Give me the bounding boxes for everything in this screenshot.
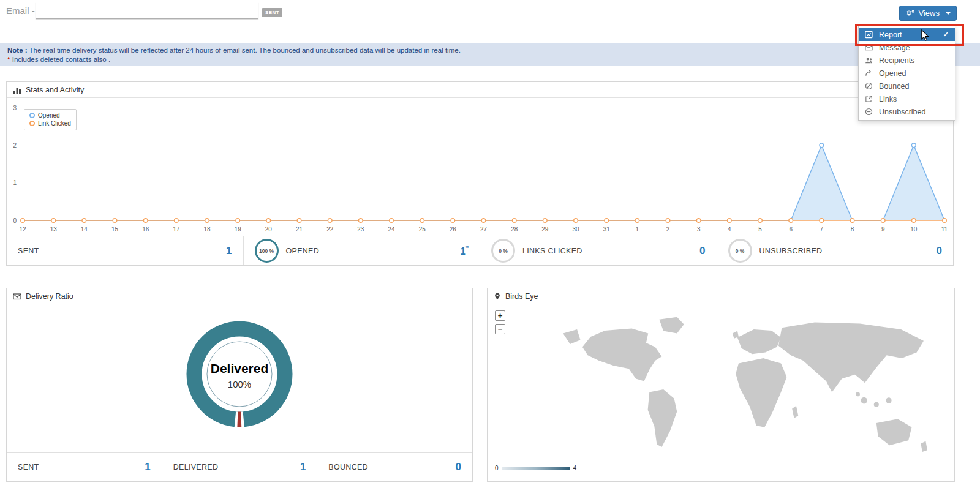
- stats-activity-header: Stats and Activity: [7, 82, 953, 98]
- unsubscribed-percent-badge: 0 %: [728, 239, 752, 263]
- gears-icon: [905, 9, 915, 17]
- sent-status-badge: SENT: [262, 8, 282, 17]
- svg-text:10: 10: [910, 226, 918, 233]
- zoom-in-button[interactable]: +: [495, 310, 505, 321]
- share-arrow-icon: [865, 69, 873, 77]
- stats-panel-title: Stats and Activity: [26, 86, 84, 94]
- chevron-down-icon: [946, 12, 951, 15]
- legend-entry-link-clicked[interactable]: Link Clicked: [29, 119, 71, 127]
- note-text: The real time delivery status will be re…: [29, 47, 461, 54]
- menu-item-recipients-label: Recipients: [879, 56, 914, 65]
- unsubscribed-value: 0: [937, 245, 942, 257]
- note-bar: Note : The real time delivery status wil…: [0, 43, 980, 66]
- svg-text:7: 7: [820, 226, 824, 233]
- svg-text:23: 23: [357, 226, 364, 233]
- legend-min-value: 0: [495, 465, 499, 471]
- svg-text:4: 4: [728, 226, 731, 233]
- svg-text:30: 30: [572, 226, 579, 233]
- delivery-cell-sent: SENT 1: [7, 453, 162, 481]
- delivery-sent-label: SENT: [18, 463, 39, 471]
- birds-eye-title: Birds Eye: [505, 292, 538, 301]
- sent-label: SENT: [18, 247, 39, 255]
- map-zoom-controls: + −: [495, 310, 505, 334]
- email-label: Email -: [6, 6, 35, 16]
- chart-legend[interactable]: Opened Link Clicked: [24, 109, 77, 130]
- delivery-ratio-header: Delivery Ratio: [7, 288, 472, 304]
- delivery-cell-bounced: BOUNCED 0: [317, 453, 472, 481]
- svg-text:22: 22: [326, 226, 334, 233]
- menu-item-bounced[interactable]: Bounced: [859, 80, 955, 92]
- svg-text:13: 13: [50, 226, 58, 233]
- legend-opened-label: Opened: [38, 111, 60, 119]
- map-color-legend: 0 4: [495, 465, 576, 471]
- delivery-panel-title: Delivery Ratio: [26, 292, 74, 301]
- svg-text:29: 29: [541, 226, 549, 233]
- external-link-icon: [865, 95, 873, 103]
- annotation-highlight: [855, 24, 964, 46]
- note-asterisk: *: [7, 56, 10, 63]
- legend-entry-opened[interactable]: Opened: [29, 111, 71, 119]
- legend-max-value: 4: [573, 465, 577, 471]
- delivered-value: 1: [300, 461, 306, 473]
- svg-text:3: 3: [13, 105, 17, 111]
- svg-text:28: 28: [511, 226, 518, 233]
- svg-text:6: 6: [789, 226, 793, 233]
- menu-item-unsubscribed[interactable]: Unsubscribed: [859, 105, 955, 118]
- svg-text:31: 31: [603, 226, 611, 233]
- svg-text:9: 9: [881, 226, 885, 233]
- delivery-ratio-panel: Delivery Ratio Delivered 100% SENT 1 DEL…: [6, 288, 473, 482]
- links-percent-badge: 0 %: [491, 239, 515, 263]
- bounced-value: 0: [456, 461, 461, 473]
- links-clicked-label: LINKS CLICKED: [522, 247, 582, 255]
- note-line-1: Note : The real time delivery status wil…: [7, 46, 973, 55]
- views-button-label: Views: [919, 9, 940, 18]
- menu-item-opened-label: Opened: [879, 69, 906, 78]
- svg-text:3: 3: [697, 226, 701, 233]
- map-pin-icon: [494, 292, 501, 301]
- svg-text:24: 24: [388, 226, 395, 233]
- svg-text:11: 11: [941, 226, 948, 233]
- stat-cell-opened: 100 % OPENED 1*: [244, 236, 481, 265]
- bounced-label: BOUNCED: [328, 463, 368, 471]
- svg-text:0: 0: [13, 217, 17, 224]
- delivered-label: DELIVERED: [173, 463, 219, 471]
- menu-item-recipients[interactable]: Recipients: [859, 54, 955, 67]
- opened-label: OPENED: [286, 247, 320, 255]
- recipients-icon: [865, 56, 873, 64]
- note-label: Note :: [7, 47, 28, 54]
- stats-summary-row: SENT 1 100 % OPENED 1* 0 % LINKS CLICKED…: [7, 236, 953, 265]
- minus-circle-icon: [865, 108, 873, 116]
- menu-item-links[interactable]: Links: [859, 92, 955, 105]
- email-name-input[interactable]: [36, 2, 258, 19]
- sent-value: 1: [226, 245, 232, 257]
- zoom-out-button[interactable]: −: [495, 324, 505, 334]
- svg-text:21: 21: [296, 226, 303, 233]
- bar-chart-icon: [13, 86, 21, 94]
- svg-text:18: 18: [203, 226, 211, 233]
- activity-line-chart[interactable]: 0123121314151617181920212223242526272829…: [7, 98, 952, 236]
- views-button[interactable]: Views: [899, 6, 957, 21]
- svg-text:15: 15: [111, 226, 119, 233]
- legend-gradient-bar: [502, 467, 570, 470]
- envelope-icon: [13, 292, 21, 301]
- donut-center-label: Delivered: [211, 361, 269, 375]
- svg-text:26: 26: [450, 226, 457, 233]
- svg-text:2: 2: [666, 226, 670, 233]
- stat-cell-links-clicked: 0 % LINKS CLICKED 0: [480, 236, 717, 265]
- unsubscribed-label: UNSUBSCRIBED: [760, 247, 823, 255]
- menu-item-unsubscribed-label: Unsubscribed: [879, 108, 925, 116]
- delivery-sent-value: 1: [145, 461, 150, 473]
- svg-text:12: 12: [19, 226, 26, 233]
- world-map[interactable]: [546, 308, 944, 458]
- svg-text:17: 17: [173, 226, 180, 233]
- svg-text:25: 25: [419, 226, 426, 233]
- opened-percent-badge: 100 %: [255, 239, 279, 263]
- svg-text:1: 1: [636, 226, 639, 233]
- menu-item-links-label: Links: [879, 95, 897, 103]
- delivery-summary-row: SENT 1 DELIVERED 1 BOUNCED 0: [7, 452, 472, 481]
- svg-text:1: 1: [13, 179, 17, 186]
- opened-value: 1*: [460, 244, 469, 258]
- menu-item-opened[interactable]: Opened: [859, 67, 955, 80]
- ban-circle-icon: [865, 82, 873, 90]
- delivery-donut-chart[interactable]: Delivered 100%: [178, 313, 301, 435]
